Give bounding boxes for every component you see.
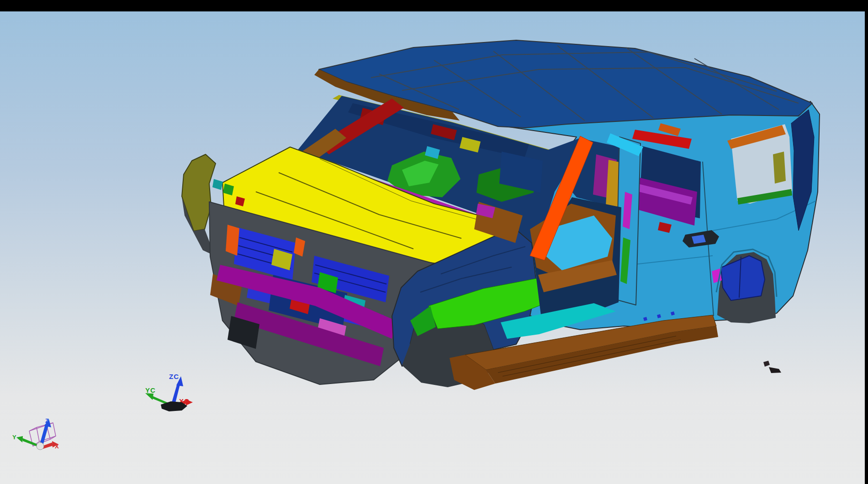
quarter-bracket-olive[interactable] bbox=[773, 152, 786, 184]
bracket-orange[interactable] bbox=[226, 225, 239, 256]
cad-application-window: ZC YC XC Z Y X bbox=[0, 0, 868, 484]
view-y-label: Y bbox=[12, 434, 17, 441]
view-triad[interactable]: Z Y X bbox=[12, 417, 59, 450]
fender-patch-teal[interactable] bbox=[212, 179, 223, 190]
wcs-y-label: YC bbox=[145, 386, 156, 394]
car-body-model[interactable] bbox=[182, 40, 820, 390]
right-bar bbox=[865, 0, 868, 484]
viewport-3d[interactable]: ZC YC XC Z Y X bbox=[0, 0, 868, 484]
wcs-y-axis-head[interactable] bbox=[145, 393, 153, 400]
wcs-z-label: ZC bbox=[169, 373, 179, 380]
view-y-axis-head[interactable] bbox=[16, 436, 23, 442]
wcs-triad[interactable]: ZC YC XC bbox=[145, 373, 193, 411]
top-bar bbox=[0, 0, 868, 11]
graphics-window[interactable]: ZC YC XC Z Y X bbox=[0, 0, 868, 484]
view-origin-sphere[interactable] bbox=[37, 442, 44, 450]
debris-streak[interactable] bbox=[769, 367, 781, 373]
debris-dot[interactable] bbox=[763, 361, 770, 367]
